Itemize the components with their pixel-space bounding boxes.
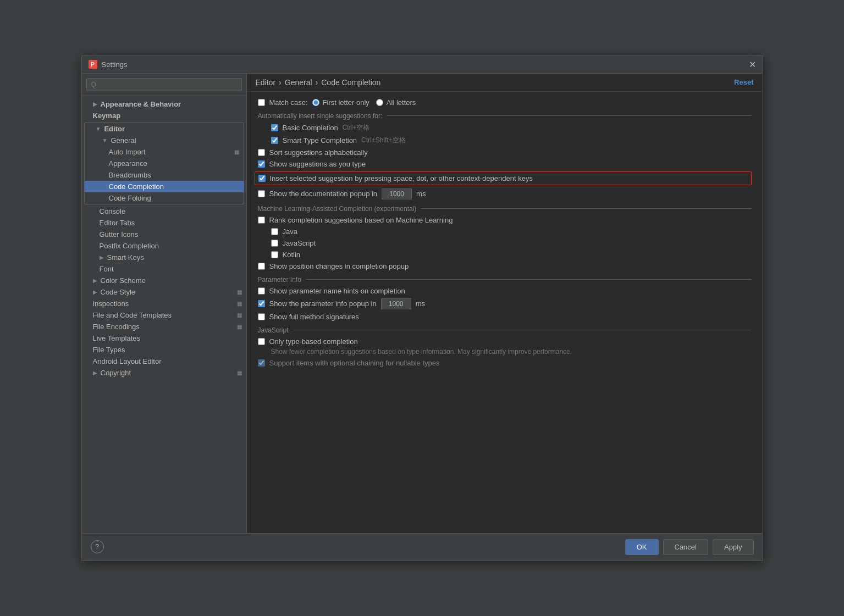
sidebar-item-editor[interactable]: ▼ Editor bbox=[85, 123, 244, 135]
cancel-button[interactable]: Cancel bbox=[663, 539, 708, 555]
show-param-popup-checkbox[interactable] bbox=[258, 300, 265, 307]
bottom-bar: ? OK Cancel Apply bbox=[82, 533, 763, 560]
breadcrumb-editor: Editor bbox=[256, 78, 276, 87]
java-row: Java bbox=[271, 227, 752, 236]
sidebar-item-appearance[interactable]: Appearance bbox=[85, 158, 244, 169]
sidebar-item-general[interactable]: ▼ General bbox=[85, 135, 244, 146]
smart-completion-checkbox[interactable] bbox=[271, 137, 278, 144]
show-as-type-label: Show suggestions as you type bbox=[269, 160, 366, 168]
sidebar-item-auto-import[interactable]: Auto Import ▦ bbox=[85, 146, 244, 158]
ok-button[interactable]: OK bbox=[625, 539, 659, 555]
window-title: Settings bbox=[102, 60, 128, 69]
sidebar-item-code-completion[interactable]: Code Completion bbox=[85, 181, 244, 192]
param-popup-input[interactable]: 1000 bbox=[381, 298, 411, 309]
show-doc-popup-checkbox[interactable] bbox=[258, 190, 265, 197]
db-icon-file-templates: ▦ bbox=[237, 312, 242, 318]
editor-section-border: ▼ Editor ▼ General Auto Import ▦ Appeara… bbox=[84, 123, 244, 204]
db-icon-inspections: ▦ bbox=[237, 301, 242, 307]
button-group: OK Cancel Apply bbox=[625, 539, 754, 555]
match-case-checkbox[interactable] bbox=[258, 99, 265, 106]
show-param-hints-row: Show parameter name hints on completion bbox=[258, 287, 752, 295]
title-bar-left: P Settings bbox=[89, 60, 128, 69]
breadcrumb-sep2: › bbox=[316, 78, 318, 87]
sidebar-item-appearance-behavior[interactable]: ▶ Appearance & Behavior bbox=[82, 98, 246, 110]
sidebar-item-file-code-templates[interactable]: File and Code Templates ▦ bbox=[82, 309, 246, 321]
show-position-checkbox[interactable] bbox=[258, 263, 265, 270]
sidebar-item-android-layout[interactable]: Android Layout Editor bbox=[82, 356, 246, 367]
javascript-checkbox[interactable] bbox=[271, 240, 278, 247]
sidebar-item-smart-keys[interactable]: ▶ Smart Keys bbox=[82, 252, 246, 263]
db-icon-auto-import: ▦ bbox=[234, 149, 239, 155]
only-type-desc: Show fewer completion suggestions based … bbox=[271, 348, 572, 356]
settings-panel: Match case: First letter only All letter… bbox=[247, 92, 763, 533]
sidebar-item-breadcrumbs[interactable]: Breadcrumbs bbox=[85, 169, 244, 181]
sidebar-item-keymap[interactable]: Keymap bbox=[82, 110, 246, 121]
title-bar: P Settings ✕ bbox=[82, 56, 763, 74]
search-box bbox=[82, 74, 246, 96]
sidebar-item-code-folding[interactable]: Code Folding bbox=[85, 192, 244, 204]
search-input[interactable] bbox=[86, 78, 242, 91]
sidebar-item-code-style[interactable]: ▶ Code Style ▦ bbox=[82, 286, 246, 298]
sidebar-item-file-encodings[interactable]: File Encodings ▦ bbox=[82, 321, 246, 332]
help-button[interactable]: ? bbox=[91, 540, 104, 553]
app-icon: P bbox=[89, 60, 97, 69]
sidebar-item-gutter-icons[interactable]: Gutter Icons bbox=[82, 229, 246, 240]
show-doc-popup-label: Show the documentation popup in bbox=[269, 190, 378, 198]
show-param-popup-label: Show the parameter info popup in bbox=[269, 299, 377, 308]
sidebar-item-file-types[interactable]: File Types bbox=[82, 344, 246, 356]
smart-completion-shortcut: Ctrl+Shift+空格 bbox=[361, 136, 406, 145]
db-icon-file-encodings: ▦ bbox=[237, 324, 242, 330]
close-button[interactable]: ✕ bbox=[749, 59, 756, 70]
insert-selected-checkbox[interactable] bbox=[258, 175, 266, 182]
only-type-label: Only type-based completion bbox=[269, 337, 358, 346]
show-full-sig-label: Show full method signatures bbox=[269, 313, 359, 321]
smart-keys-arrow-icon: ▶ bbox=[100, 254, 104, 260]
javascript-row: JavaScript bbox=[271, 239, 752, 247]
basic-completion-checkbox[interactable] bbox=[271, 124, 278, 131]
rank-ml-checkbox[interactable] bbox=[258, 217, 265, 224]
sidebar-item-copyright[interactable]: ▶ Copyright ▦ bbox=[82, 367, 246, 379]
sidebar-item-postfix-completion[interactable]: Postfix Completion bbox=[82, 240, 246, 252]
support-items-checkbox[interactable] bbox=[258, 359, 265, 367]
only-type-row: Only type-based completion bbox=[258, 337, 752, 346]
kotlin-checkbox[interactable] bbox=[271, 251, 278, 258]
sidebar-item-live-templates[interactable]: Live Templates bbox=[82, 332, 246, 344]
all-letters-radio[interactable] bbox=[376, 99, 383, 106]
java-checkbox[interactable] bbox=[271, 228, 278, 235]
code-style-arrow-icon: ▶ bbox=[93, 289, 97, 295]
all-letters-label: All letters bbox=[376, 98, 416, 107]
sidebar-item-inspections[interactable]: Inspections ▦ bbox=[82, 298, 246, 309]
only-type-checkbox[interactable] bbox=[258, 338, 265, 345]
sort-alpha-checkbox[interactable] bbox=[258, 149, 265, 156]
editor-arrow-icon: ▼ bbox=[96, 126, 101, 132]
show-position-label: Show position changes in completion popu… bbox=[269, 262, 409, 270]
db-icon-copyright: ▦ bbox=[237, 370, 242, 376]
apply-button[interactable]: Apply bbox=[713, 539, 754, 555]
support-items-row: Support items with optional chaining for… bbox=[258, 359, 752, 367]
arrow-icon: ▶ bbox=[93, 101, 97, 107]
first-letter-radio[interactable] bbox=[312, 99, 319, 106]
match-case-label: Match case: bbox=[269, 98, 308, 107]
breadcrumb: Editor › General › Code Completion bbox=[256, 78, 381, 87]
show-param-hints-checkbox[interactable] bbox=[258, 287, 265, 295]
js-section-label: JavaScript bbox=[258, 326, 752, 334]
kotlin-label: Kotlin bbox=[283, 251, 301, 259]
rank-ml-label: Rank completion suggestions based on Mac… bbox=[269, 216, 453, 224]
show-as-type-checkbox[interactable] bbox=[258, 160, 265, 168]
copyright-arrow-icon: ▶ bbox=[93, 370, 97, 376]
param-section-label: Parameter Info bbox=[258, 276, 752, 284]
show-as-type-row: Show suggestions as you type bbox=[258, 160, 752, 168]
sidebar-item-console[interactable]: Console bbox=[82, 206, 246, 217]
sidebar-item-color-scheme[interactable]: ▶ Color Scheme bbox=[82, 275, 246, 286]
sidebar-item-font[interactable]: Font bbox=[82, 263, 246, 275]
show-position-row: Show position changes in completion popu… bbox=[258, 262, 752, 270]
basic-completion-row: Basic Completion Ctrl+空格 bbox=[271, 123, 752, 132]
rank-ml-row: Rank completion suggestions based on Mac… bbox=[258, 216, 752, 224]
show-full-sig-checkbox[interactable] bbox=[258, 313, 265, 320]
sidebar-item-editor-tabs[interactable]: Editor Tabs bbox=[82, 217, 246, 229]
breadcrumb-sep1: › bbox=[279, 78, 282, 87]
reset-link[interactable]: Reset bbox=[734, 78, 753, 86]
show-doc-popup-row: Show the documentation popup in 1000 ms bbox=[258, 188, 752, 199]
doc-popup-input[interactable]: 1000 bbox=[382, 188, 412, 199]
breadcrumb-bar: Editor › General › Code Completion Reset bbox=[247, 74, 763, 92]
